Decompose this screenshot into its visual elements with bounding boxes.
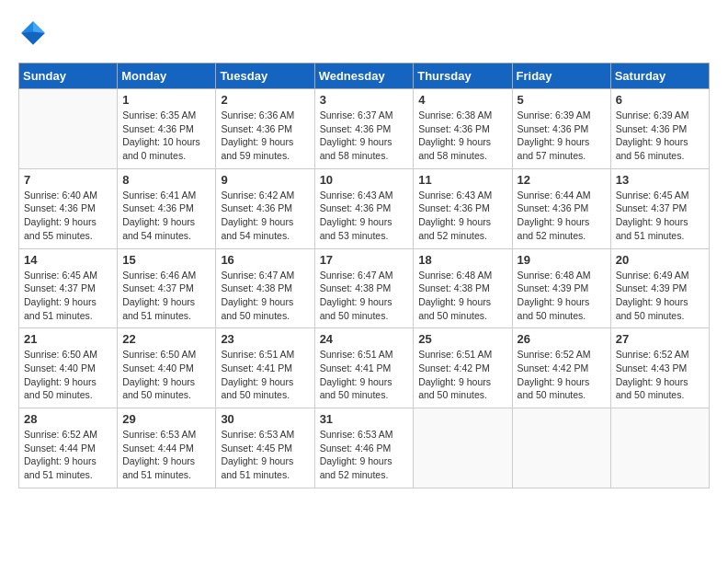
day-info: Sunrise: 6:46 AM Sunset: 4:37 PM Dayligh… — [122, 269, 210, 323]
column-header-thursday: Thursday — [414, 63, 512, 89]
calendar-cell — [610, 408, 709, 488]
day-number: 13 — [616, 173, 704, 187]
day-number: 16 — [221, 253, 309, 267]
logo — [18, 18, 51, 48]
day-number: 25 — [418, 332, 506, 346]
day-number: 11 — [418, 173, 506, 187]
calendar-cell: 11Sunrise: 6:43 AM Sunset: 4:36 PM Dayli… — [414, 168, 512, 248]
calendar-cell — [414, 408, 512, 488]
calendar-week-row: 21Sunrise: 6:50 AM Sunset: 4:40 PM Dayli… — [19, 328, 710, 408]
calendar-cell: 26Sunrise: 6:52 AM Sunset: 4:42 PM Dayli… — [512, 328, 610, 408]
calendar-cell: 22Sunrise: 6:50 AM Sunset: 4:40 PM Dayli… — [118, 328, 216, 408]
calendar-cell: 27Sunrise: 6:52 AM Sunset: 4:43 PM Dayli… — [610, 328, 709, 408]
calendar-table: SundayMondayTuesdayWednesdayThursdayFrid… — [18, 63, 710, 488]
day-info: Sunrise: 6:37 AM Sunset: 4:36 PM Dayligh… — [320, 109, 409, 163]
day-info: Sunrise: 6:41 AM Sunset: 4:36 PM Dayligh… — [122, 189, 210, 243]
day-info: Sunrise: 6:51 AM Sunset: 4:41 PM Dayligh… — [221, 348, 309, 402]
day-info: Sunrise: 6:44 AM Sunset: 4:36 PM Dayligh… — [518, 189, 606, 243]
day-info: Sunrise: 6:48 AM Sunset: 4:38 PM Dayligh… — [418, 269, 506, 323]
day-number: 24 — [320, 332, 409, 346]
day-number: 12 — [518, 173, 606, 187]
day-number: 22 — [122, 332, 210, 346]
day-number: 23 — [221, 332, 309, 346]
day-number: 21 — [24, 332, 112, 346]
day-info: Sunrise: 6:39 AM Sunset: 4:36 PM Dayligh… — [616, 109, 704, 163]
day-info: Sunrise: 6:40 AM Sunset: 4:36 PM Dayligh… — [24, 189, 112, 243]
day-number: 9 — [221, 173, 309, 187]
day-number: 3 — [320, 93, 409, 107]
calendar-cell: 17Sunrise: 6:47 AM Sunset: 4:38 PM Dayli… — [314, 248, 414, 328]
svg-marker-1 — [33, 21, 45, 33]
calendar-cell: 9Sunrise: 6:42 AM Sunset: 4:36 PM Daylig… — [216, 168, 314, 248]
calendar-cell: 21Sunrise: 6:50 AM Sunset: 4:40 PM Dayli… — [19, 328, 118, 408]
calendar-header-row: SundayMondayTuesdayWednesdayThursdayFrid… — [19, 63, 710, 89]
calendar-cell: 13Sunrise: 6:45 AM Sunset: 4:37 PM Dayli… — [610, 168, 709, 248]
day-info: Sunrise: 6:47 AM Sunset: 4:38 PM Dayligh… — [221, 269, 309, 323]
day-info: Sunrise: 6:51 AM Sunset: 4:42 PM Dayligh… — [418, 348, 506, 402]
column-header-friday: Friday — [512, 63, 610, 89]
day-info: Sunrise: 6:42 AM Sunset: 4:36 PM Dayligh… — [221, 189, 309, 243]
day-number: 10 — [320, 173, 409, 187]
calendar-cell: 30Sunrise: 6:53 AM Sunset: 4:45 PM Dayli… — [216, 408, 314, 488]
calendar-cell: 18Sunrise: 6:48 AM Sunset: 4:38 PM Dayli… — [414, 248, 512, 328]
calendar-cell: 8Sunrise: 6:41 AM Sunset: 4:36 PM Daylig… — [118, 168, 216, 248]
day-number: 29 — [122, 412, 210, 426]
logo-icon — [18, 18, 48, 48]
column-header-monday: Monday — [118, 63, 216, 89]
calendar-cell: 31Sunrise: 6:53 AM Sunset: 4:46 PM Dayli… — [314, 408, 414, 488]
day-number: 28 — [24, 412, 112, 426]
calendar-cell — [512, 408, 610, 488]
calendar-cell: 5Sunrise: 6:39 AM Sunset: 4:36 PM Daylig… — [512, 89, 610, 169]
day-info: Sunrise: 6:49 AM Sunset: 4:39 PM Dayligh… — [616, 269, 704, 323]
day-info: Sunrise: 6:35 AM Sunset: 4:36 PM Dayligh… — [122, 109, 210, 163]
calendar-cell: 16Sunrise: 6:47 AM Sunset: 4:38 PM Dayli… — [216, 248, 314, 328]
calendar-cell: 14Sunrise: 6:45 AM Sunset: 4:37 PM Dayli… — [19, 248, 118, 328]
day-number: 15 — [122, 253, 210, 267]
calendar-cell: 1Sunrise: 6:35 AM Sunset: 4:36 PM Daylig… — [118, 89, 216, 169]
calendar-week-row: 7Sunrise: 6:40 AM Sunset: 4:36 PM Daylig… — [19, 168, 710, 248]
calendar-cell: 15Sunrise: 6:46 AM Sunset: 4:37 PM Dayli… — [118, 248, 216, 328]
column-header-wednesday: Wednesday — [314, 63, 414, 89]
column-header-sunday: Sunday — [19, 63, 118, 89]
day-info: Sunrise: 6:51 AM Sunset: 4:41 PM Dayligh… — [320, 348, 409, 402]
page-header — [18, 18, 710, 48]
day-number: 8 — [122, 173, 210, 187]
day-number: 27 — [616, 332, 704, 346]
day-number: 30 — [221, 412, 309, 426]
day-info: Sunrise: 6:48 AM Sunset: 4:39 PM Dayligh… — [518, 269, 606, 323]
day-number: 1 — [122, 93, 210, 107]
calendar-cell: 29Sunrise: 6:53 AM Sunset: 4:44 PM Dayli… — [118, 408, 216, 488]
day-info: Sunrise: 6:39 AM Sunset: 4:36 PM Dayligh… — [518, 109, 606, 163]
calendar-cell: 6Sunrise: 6:39 AM Sunset: 4:36 PM Daylig… — [610, 89, 709, 169]
calendar-cell: 4Sunrise: 6:38 AM Sunset: 4:36 PM Daylig… — [414, 89, 512, 169]
day-number: 19 — [518, 253, 606, 267]
calendar-week-row: 1Sunrise: 6:35 AM Sunset: 4:36 PM Daylig… — [19, 89, 710, 169]
day-number: 7 — [24, 173, 112, 187]
calendar-cell: 19Sunrise: 6:48 AM Sunset: 4:39 PM Dayli… — [512, 248, 610, 328]
calendar-week-row: 14Sunrise: 6:45 AM Sunset: 4:37 PM Dayli… — [19, 248, 710, 328]
calendar-cell: 10Sunrise: 6:43 AM Sunset: 4:36 PM Dayli… — [314, 168, 414, 248]
day-info: Sunrise: 6:45 AM Sunset: 4:37 PM Dayligh… — [616, 189, 704, 243]
calendar-cell: 2Sunrise: 6:36 AM Sunset: 4:36 PM Daylig… — [216, 89, 314, 169]
day-number: 17 — [320, 253, 409, 267]
calendar-cell: 23Sunrise: 6:51 AM Sunset: 4:41 PM Dayli… — [216, 328, 314, 408]
calendar-cell: 28Sunrise: 6:52 AM Sunset: 4:44 PM Dayli… — [19, 408, 118, 488]
day-info: Sunrise: 6:52 AM Sunset: 4:44 PM Dayligh… — [24, 428, 112, 482]
calendar-week-row: 28Sunrise: 6:52 AM Sunset: 4:44 PM Dayli… — [19, 408, 710, 488]
calendar-cell: 25Sunrise: 6:51 AM Sunset: 4:42 PM Dayli… — [414, 328, 512, 408]
day-number: 26 — [518, 332, 606, 346]
day-number: 18 — [418, 253, 506, 267]
day-number: 20 — [616, 253, 704, 267]
day-number: 5 — [518, 93, 606, 107]
day-info: Sunrise: 6:53 AM Sunset: 4:45 PM Dayligh… — [221, 428, 309, 482]
day-number: 14 — [24, 253, 112, 267]
day-info: Sunrise: 6:50 AM Sunset: 4:40 PM Dayligh… — [24, 348, 112, 402]
day-info: Sunrise: 6:36 AM Sunset: 4:36 PM Dayligh… — [221, 109, 309, 163]
day-info: Sunrise: 6:52 AM Sunset: 4:43 PM Dayligh… — [616, 348, 704, 402]
calendar-cell: 3Sunrise: 6:37 AM Sunset: 4:36 PM Daylig… — [314, 89, 414, 169]
day-number: 2 — [221, 93, 309, 107]
day-info: Sunrise: 6:53 AM Sunset: 4:46 PM Dayligh… — [320, 428, 409, 482]
day-number: 4 — [418, 93, 506, 107]
day-info: Sunrise: 6:43 AM Sunset: 4:36 PM Dayligh… — [320, 189, 409, 243]
day-info: Sunrise: 6:50 AM Sunset: 4:40 PM Dayligh… — [122, 348, 210, 402]
